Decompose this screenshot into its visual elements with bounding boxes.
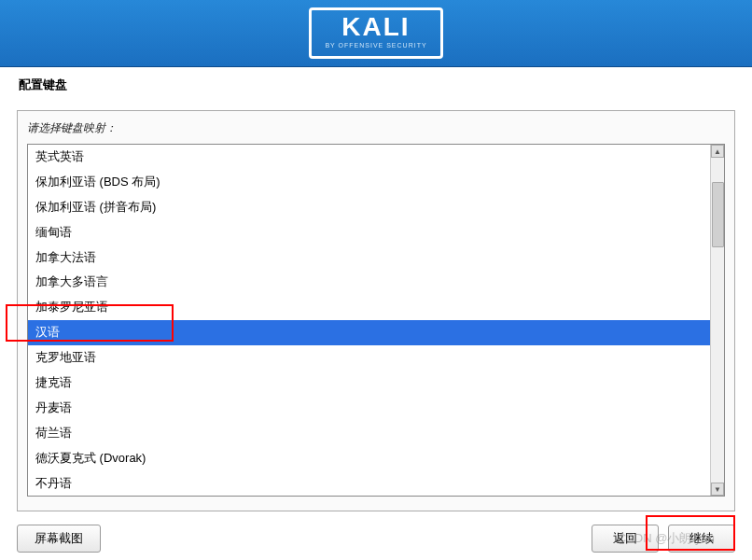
logo-text-sub: BY OFFENSIVE SECURITY <box>325 42 426 49</box>
keyboard-listbox[interactable]: 英式英语保加利亚语 (BDS 布局)保加利亚语 (拼音布局)缅甸语加拿大法语加拿… <box>27 144 725 497</box>
scroll-down-icon[interactable]: ▼ <box>711 483 724 496</box>
keyboard-option[interactable]: 不丹语 <box>28 471 710 496</box>
keyboard-option[interactable]: 荷兰语 <box>28 421 710 446</box>
logo-text-main: KALI <box>325 14 426 40</box>
keyboard-option[interactable]: 汉语 <box>28 320 710 345</box>
select-label: 请选择键盘映射： <box>27 120 725 136</box>
keyboard-option[interactable]: 捷克语 <box>28 371 710 396</box>
keyboard-option[interactable]: 保加利亚语 (BDS 布局) <box>28 170 710 195</box>
keyboard-option[interactable]: 保加利亚语 (拼音布局) <box>28 195 710 220</box>
keyboard-option[interactable]: 英式英语 <box>28 145 710 170</box>
back-button[interactable]: 返回 <box>592 525 659 553</box>
scroll-up-icon[interactable]: ▲ <box>711 145 724 158</box>
page-title: 配置键盘 <box>19 77 735 93</box>
keyboard-option[interactable]: 加泰罗尼亚语 <box>28 295 710 320</box>
keyboard-option[interactable]: 丹麦语 <box>28 396 710 421</box>
keyboard-option[interactable]: 德沃夏克式 (Dvorak) <box>28 446 710 471</box>
scrollbar[interactable]: ▲ ▼ <box>710 145 724 496</box>
kali-logo: KALI BY OFFENSIVE SECURITY <box>309 7 442 59</box>
installer-header: KALI BY OFFENSIVE SECURITY <box>0 0 752 67</box>
keyboard-option[interactable]: 加拿大法语 <box>28 245 710 271</box>
keyboard-option[interactable]: 加拿大多语言 <box>28 270 710 295</box>
screenshot-button[interactable]: 屏幕截图 <box>17 525 101 553</box>
footer-buttons: 屏幕截图 返回 继续 <box>0 511 752 553</box>
scroll-thumb[interactable] <box>712 182 724 247</box>
keyboard-panel: 请选择键盘映射： 英式英语保加利亚语 (BDS 布局)保加利亚语 (拼音布局)缅… <box>17 110 735 511</box>
keyboard-option[interactable]: 克罗地亚语 <box>28 345 710 371</box>
content-area: 配置键盘 请选择键盘映射： 英式英语保加利亚语 (BDS 布局)保加利亚语 (拼… <box>0 67 752 511</box>
continue-button[interactable]: 继续 <box>668 525 735 553</box>
keyboard-option[interactable]: 缅甸语 <box>28 220 710 245</box>
